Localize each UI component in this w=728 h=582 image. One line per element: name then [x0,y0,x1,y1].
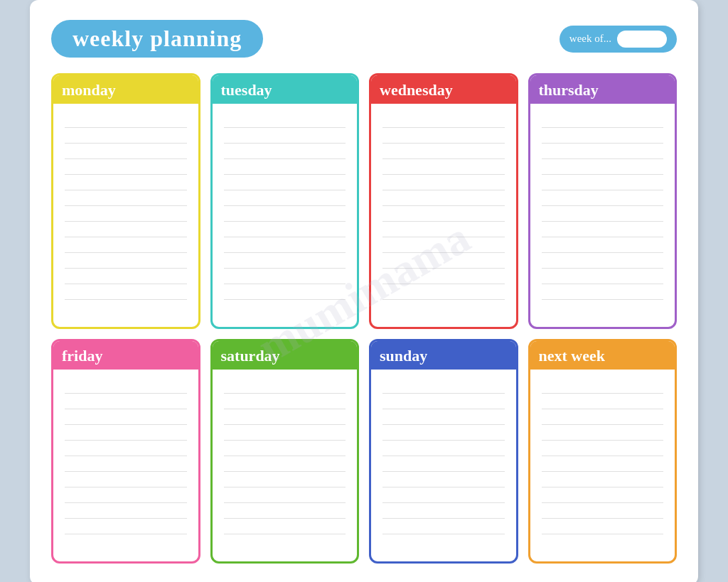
line [382,300,505,316]
line [224,237,346,253]
line [542,456,664,472]
line [382,128,505,144]
line [224,300,346,316]
day-card-next-week: next week [528,339,678,564]
line [65,472,187,487]
line [542,253,664,269]
line [224,394,346,409]
line [382,472,505,487]
line [542,394,664,409]
line [224,487,346,503]
line [542,503,664,519]
line [382,409,505,425]
week-of-input[interactable] [617,31,667,48]
line [382,519,505,534]
line [224,503,346,519]
line [382,534,505,550]
line [382,503,505,519]
line [542,159,664,175]
day-label-monday: monday [62,81,116,99]
line [65,534,187,550]
day-lines-monday [58,108,194,323]
line [382,222,505,237]
line [65,175,187,190]
day-lines-tuesday [217,108,353,323]
line [542,378,664,394]
line [542,487,664,503]
line [542,190,664,206]
line [224,269,346,284]
day-card-sunday: sunday [369,339,518,564]
top-days-grid: mondaytuesdaywednesdaythursday [51,73,677,329]
line [65,503,187,519]
line [542,128,664,144]
line [65,237,187,253]
week-of-label: week of... [569,33,611,45]
day-label-next-week: next week [539,347,605,365]
line [224,534,346,550]
line [224,144,346,159]
day-lines-saturday [217,374,353,557]
line [224,128,346,144]
line [224,409,346,425]
line [224,472,346,487]
line [65,409,187,425]
line [382,425,505,441]
line [542,222,664,237]
day-lines-sunday [375,374,512,557]
day-card-thursday: thursday [528,73,678,329]
line [224,253,346,269]
day-lines-next-week [535,374,671,557]
day-label-wednesday: wednesday [380,81,453,99]
line [382,394,505,409]
day-header-monday: monday [53,75,198,104]
day-label-thursday: thursday [539,81,599,99]
day-header-wednesday: wednesday [371,75,516,104]
line [542,175,664,190]
line [65,394,187,409]
day-card-friday: friday [51,339,200,564]
day-label-saturday: saturday [221,347,280,365]
line [382,190,505,206]
line [382,175,505,190]
line [542,441,664,456]
day-card-monday: monday [51,73,200,329]
line [542,300,664,316]
header: weekly planning week of... [51,20,677,58]
line [65,284,187,300]
line [542,284,664,300]
day-header-tuesday: tuesday [213,75,358,104]
line [224,519,346,534]
day-header-saturday: saturday [213,341,358,370]
line [382,112,505,128]
line [65,206,187,222]
day-lines-friday [58,374,194,557]
line [224,206,346,222]
line [65,425,187,441]
day-header-next-week: next week [530,341,675,370]
line [542,472,664,487]
day-card-saturday: saturday [210,339,360,564]
line [224,456,346,472]
line [65,487,187,503]
line [65,441,187,456]
page-title: weekly planning [73,26,242,51]
line [382,487,505,503]
day-header-thursday: thursday [530,75,675,104]
line [542,206,664,222]
line [65,159,187,175]
day-header-sunday: sunday [371,341,516,370]
line [542,237,664,253]
line [542,425,664,441]
line [382,378,505,394]
line [224,284,346,300]
line [382,269,505,284]
planner-page: mumimama weekly planning week of... mond… [30,0,698,582]
day-label-tuesday: tuesday [221,81,272,99]
day-header-friday: friday [53,341,198,370]
line [224,175,346,190]
line [382,441,505,456]
line [382,253,505,269]
line [224,425,346,441]
day-card-tuesday: tuesday [210,73,360,329]
